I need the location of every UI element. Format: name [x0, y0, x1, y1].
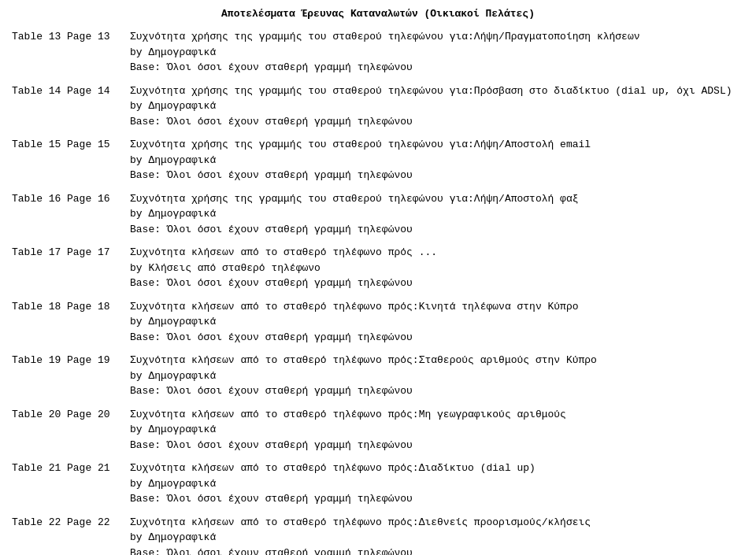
table-row: Table 13Page 13Συχνότητα χρήσης της γραμ… — [12, 29, 744, 76]
page-label: Page 14 — [67, 83, 130, 130]
content-line: by Δημογραφικά — [130, 98, 744, 114]
content-line: Base: Όλοι όσοι έχουν σταθερή γραμμή τηλ… — [130, 114, 744, 130]
table-row: Table 17Page 17Συχνότητα κλήσεων από το … — [12, 245, 744, 291]
row-content: Συχνότητα κλήσεων από το σταθερό τηλέφων… — [130, 299, 744, 346]
page-label: Page 16 — [67, 191, 130, 238]
table-label: Table 19 — [12, 353, 67, 399]
content-line: Base: Όλοι όσοι έχουν σταθερή γραμμή τηλ… — [130, 60, 744, 76]
content-line: by Δημογραφικά — [130, 314, 744, 330]
row-content: Συχνότητα χρήσης της γραμμής του σταθερο… — [130, 29, 744, 76]
row-content: Συχνότητα χρήσης της γραμμής του σταθερο… — [130, 191, 744, 238]
content-line: by Δημογραφικά — [130, 476, 744, 492]
table-row: Table 21Page 21Συχνότητα κλήσεων από το … — [12, 461, 744, 507]
page-label: Page 13 — [67, 29, 130, 76]
content-line: Συχνότητα κλήσεων από το σταθερό τηλέφων… — [130, 245, 744, 261]
content-line: by Δημογραφικά — [130, 206, 744, 222]
content-line: Συχνότητα χρήσης της γραμμής του σταθερο… — [130, 83, 744, 99]
content-line: Συχνότητα χρήσης της γραμμής του σταθερο… — [130, 137, 744, 153]
table-row: Table 22Page 22Συχνότητα κλήσεων από το … — [12, 515, 744, 556]
content-line: Συχνότητα κλήσεων από το σταθερό τηλέφων… — [130, 461, 744, 476]
content-line: Συχνότητα κλήσεων από το σταθερό τηλέφων… — [130, 407, 744, 423]
row-content: Συχνότητα κλήσεων από το σταθερό τηλέφων… — [130, 461, 744, 507]
page-label: Page 15 — [67, 137, 130, 183]
row-content: Συχνότητα κλήσεων από το σταθερό τηλέφων… — [130, 353, 744, 399]
table-label: Table 21 — [12, 461, 67, 507]
content-line: Base: Όλοι όσοι έχουν σταθερή γραμμή τηλ… — [130, 168, 744, 183]
table-label: Table 16 — [12, 191, 67, 238]
content-line: by Κλήσεις από σταθερό τηλέφωνο — [130, 261, 744, 276]
row-content: Συχνότητα κλήσεων από το σταθερό τηλέφων… — [130, 407, 744, 453]
content-line: Base: Όλοι όσοι έχουν σταθερή γραμμή τηλ… — [130, 330, 744, 346]
content-line: Base: Όλοι όσοι έχουν σταθερή γραμμή τηλ… — [130, 276, 744, 291]
row-content: Συχνότητα κλήσεων από το σταθερό τηλέφων… — [130, 245, 744, 291]
table-label: Table 20 — [12, 407, 67, 453]
content-line: Base: Όλοι όσοι έχουν σταθερή γραμμή τηλ… — [130, 546, 744, 556]
table-label: Table 18 — [12, 299, 67, 346]
table-row: Table 14Page 14Συχνότητα χρήσης της γραμ… — [12, 83, 744, 130]
table-row: Table 19Page 19Συχνότητα κλήσεων από το … — [12, 353, 744, 399]
row-content: Συχνότητα χρήσης της γραμμής του σταθερο… — [130, 83, 744, 130]
content-line: Συχνότητα χρήσης της γραμμής του σταθερο… — [130, 191, 744, 207]
table-label: Table 14 — [12, 83, 67, 130]
page-label: Page 21 — [67, 461, 130, 507]
page-title: Αποτελέσματα Έρευνας Καταναλωτών (Οικιακ… — [12, 8, 744, 20]
content-line: Συχνότητα χρήσης της γραμμής του σταθερο… — [130, 29, 744, 45]
row-content: Συχνότητα κλήσεων από το σταθερό τηλέφων… — [130, 515, 744, 556]
content-line: Συχνότητα κλήσεων από το σταθερό τηλέφων… — [130, 515, 744, 531]
table-label: Table 22 — [12, 515, 67, 556]
content-line: by Δημογραφικά — [130, 45, 744, 61]
content-line: by Δημογραφικά — [130, 530, 744, 546]
row-content: Συχνότητα χρήσης της γραμμής του σταθερο… — [130, 137, 744, 183]
table-label: Table 15 — [12, 137, 67, 183]
content-line: by Δημογραφικά — [130, 153, 744, 168]
content-line: Base: Όλοι όσοι έχουν σταθερή γραμμή τηλ… — [130, 491, 744, 507]
table-row: Table 20Page 20Συχνότητα κλήσεων από το … — [12, 407, 744, 453]
table-row: Table 18Page 18Συχνότητα κλήσεων από το … — [12, 299, 744, 346]
content-line: by Δημογραφικά — [130, 422, 744, 438]
content-line: by Δημογραφικά — [130, 368, 744, 384]
content-line: Συχνότητα κλήσεων από το σταθερό τηλέφων… — [130, 353, 744, 368]
table-label: Table 17 — [12, 245, 67, 291]
content-line: Συχνότητα κλήσεων από το σταθερό τηλέφων… — [130, 299, 744, 315]
table-label: Table 13 — [12, 29, 67, 76]
content-line: Base: Όλοι όσοι έχουν σταθερή γραμμή τηλ… — [130, 383, 744, 399]
table-row: Table 16Page 16Συχνότητα χρήσης της γραμ… — [12, 191, 744, 238]
content-line: Base: Όλοι όσοι έχουν σταθερή γραμμή τηλ… — [130, 222, 744, 238]
page-label: Page 22 — [67, 515, 130, 556]
page-label: Page 19 — [67, 353, 130, 399]
page-label: Page 17 — [67, 245, 130, 291]
table-row: Table 15Page 15Συχνότητα χρήσης της γραμ… — [12, 137, 744, 183]
page-label: Page 20 — [67, 407, 130, 453]
page-label: Page 18 — [67, 299, 130, 346]
content-line: Base: Όλοι όσοι έχουν σταθερή γραμμή τηλ… — [130, 438, 744, 453]
